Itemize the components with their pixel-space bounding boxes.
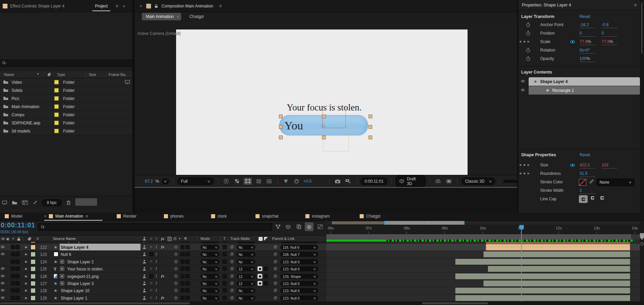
project-scroll-thumb[interactable] (75, 198, 97, 206)
project-item-row[interactable]: 3d modelsFolder (0, 127, 132, 135)
timeline-tab-chatgpt[interactable]: Chatgpt (360, 214, 380, 219)
track-matte-dropdown[interactable]: Nc∨ (236, 245, 255, 250)
tag-icon[interactable] (47, 73, 51, 77)
eye-icon[interactable] (520, 88, 525, 92)
grid-guides-icon[interactable] (265, 178, 273, 185)
layer-color-swatch[interactable] (31, 281, 36, 286)
lock-cell[interactable] (16, 281, 20, 285)
3d-column-icon[interactable]: ⊕ (184, 236, 187, 241)
size-x-value[interactable]: 423.3 (580, 163, 595, 168)
collapse-toggle[interactable]: ☼ (149, 244, 153, 248)
shy-toggle[interactable] (143, 296, 146, 300)
layer-contents-row[interactable]: ★Rectangle 1 (518, 86, 640, 95)
keyframe-nav-icons[interactable]: ◀ ◆ ▶ (519, 163, 530, 166)
t-cell[interactable] (223, 296, 227, 300)
eye-icon[interactable] (0, 267, 5, 270)
snapshot-icon[interactable] (334, 178, 342, 185)
project-item-row[interactable]: PicsFolder (0, 95, 132, 103)
selection-handle[interactable] (279, 125, 283, 129)
lock-cell[interactable] (16, 260, 20, 264)
column-source-name[interactable]: Source Name (53, 237, 76, 241)
mode-dropdown[interactable]: Nc∨ (201, 259, 220, 264)
layer-color-swatch[interactable] (31, 242, 36, 243)
audio-cell[interactable] (11, 260, 15, 264)
eye-icon[interactable] (0, 282, 5, 285)
transform-value-y[interactable]: -0.8 (602, 22, 617, 28)
layer-track-row[interactable] (326, 251, 640, 258)
stopwatch-icon[interactable] (526, 48, 530, 53)
adjustment-cell[interactable] (181, 281, 185, 285)
layer-track-row[interactable] (326, 265, 640, 273)
project-item-row[interactable]: VideoFolder (0, 78, 132, 86)
close-icon[interactable]: × (140, 4, 142, 8)
layer-row[interactable]: ▶122★Shape Layer 4☼/fx◎Nc∨@Nc∨@116. Null… (0, 244, 326, 251)
lock-column-icon[interactable] (17, 237, 21, 241)
parent-link-dropdown[interactable]: 123. Null 6∨ (280, 281, 318, 286)
stopwatch-icon[interactable] (526, 22, 530, 27)
bit-depth-button[interactable]: 8 bpc (42, 199, 62, 206)
collapse-toggle[interactable]: ☼ (149, 295, 153, 299)
track-matte-dropdown[interactable]: Nc∨ (236, 242, 255, 243)
parent-link-dropdown[interactable]: 108. Null 7∨ (280, 252, 318, 257)
3d-cell[interactable] (186, 252, 190, 256)
3d-cell[interactable] (186, 288, 190, 292)
adjustment-cell[interactable] (181, 252, 185, 256)
expand-chevron-icon[interactable]: ▶ (25, 282, 27, 285)
eye-icon[interactable] (0, 296, 5, 299)
lock-cell[interactable] (16, 245, 20, 249)
graph-editor-icon[interactable] (316, 222, 324, 231)
current-time-button[interactable]: 0:00:11:01 (361, 178, 387, 185)
eye-icon[interactable] (0, 245, 5, 248)
track-matte-dropdown[interactable]: Nc∨ (236, 296, 255, 301)
fx-toggle[interactable]: fx (161, 296, 164, 300)
parent-link-dropdown[interactable]: 129. Shape∨ (280, 274, 318, 279)
region-of-interest-icon[interactable] (254, 178, 263, 185)
audio-cell[interactable] (11, 296, 15, 300)
parent-link-dropdown[interactable]: 123. Null 6∨ (280, 259, 318, 264)
eye-icon[interactable] (0, 252, 5, 256)
transform-value-x[interactable]: -16.2 (580, 22, 595, 28)
matte-extra-cell[interactable] (264, 281, 268, 285)
track-matte-dropdown[interactable]: 12∨ (236, 274, 255, 279)
timeline-tab-model[interactable]: Model (5, 214, 22, 219)
parent-link-dropdown[interactable]: 123. Null 6∨ (280, 296, 318, 301)
viewer-tab-title[interactable]: Composition Main Animation (162, 4, 213, 8)
stopwatch-icon[interactable] (526, 56, 530, 61)
shy-toggle[interactable] (143, 242, 146, 242)
line-cap-butt-button[interactable] (579, 195, 588, 203)
layer-color-swatch[interactable] (31, 274, 36, 279)
shy-toggle[interactable] (143, 281, 146, 285)
collapse-cell[interactable] (149, 252, 153, 256)
sort-down-icon[interactable]: ▼ (37, 73, 39, 76)
stroke-color-dropdown[interactable]: None∨ (596, 179, 634, 186)
audio-cell[interactable] (11, 281, 15, 285)
lock-cell[interactable] (16, 288, 20, 292)
audio-cell[interactable] (11, 288, 15, 292)
selection-handle[interactable] (322, 115, 326, 118)
fx-column-icon[interactable]: fx (161, 237, 164, 241)
transform-value-x[interactable]: 0 (580, 31, 595, 37)
quality-toggle[interactable]: / (156, 274, 157, 279)
t-cell[interactable] (223, 245, 227, 249)
t-cell[interactable] (223, 288, 227, 292)
resolution-dropdown[interactable]: Full∨ (177, 178, 214, 185)
parent-pickwhip-icon[interactable]: @ (273, 296, 277, 300)
expand-chevron-icon[interactable]: ▶ (25, 289, 27, 292)
layer-track-row[interactable] (326, 244, 640, 251)
quality-toggle[interactable]: / (156, 281, 157, 286)
frame-blend-column-icon[interactable] (167, 237, 172, 241)
mode-dropdown[interactable]: Nc∨ (201, 288, 220, 293)
parent-pickwhip-icon[interactable]: @ (273, 259, 277, 263)
quality-toggle[interactable]: / (156, 242, 157, 243)
project-item-row[interactable]: 3DIPHONE.aepFolder (0, 119, 132, 127)
motion-blur-toggle[interactable]: ◎ (174, 244, 177, 249)
lock-cell[interactable] (16, 274, 20, 278)
layer-track-row[interactable] (326, 280, 640, 287)
matte-pickwhip-icon[interactable]: @ (230, 245, 234, 249)
more-tabs-icon[interactable]: » (123, 4, 125, 8)
3d-cell[interactable] (186, 242, 190, 242)
transform-value-y[interactable]: 77.6% (602, 39, 617, 45)
layer-row[interactable]: ▶128★Shape Layer 10☼/◎Nc∨@Nc∨@123. Null … (0, 287, 326, 294)
tab-project[interactable]: Project (92, 1, 111, 12)
trash-icon[interactable] (67, 200, 71, 205)
